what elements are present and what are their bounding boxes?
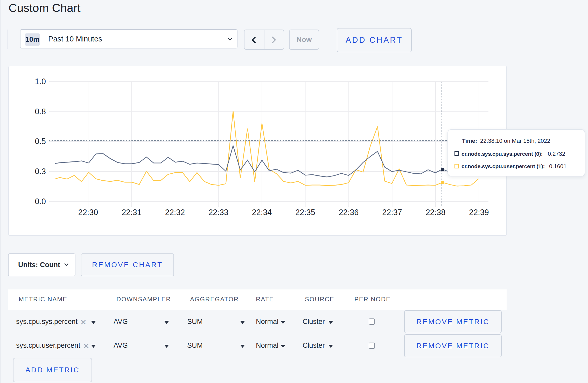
svg-text:22:30: 22:30 — [78, 208, 98, 217]
svg-text:22:37: 22:37 — [382, 208, 402, 217]
svg-text:22:32: 22:32 — [165, 208, 185, 217]
svg-text:22:38: 22:38 — [426, 208, 445, 217]
svg-text:1.0: 1.0 — [35, 77, 46, 86]
svg-text:0.8: 0.8 — [35, 107, 46, 116]
svg-text:0.5: 0.5 — [35, 137, 46, 146]
svg-text:0.0: 0.0 — [35, 197, 46, 206]
svg-text:22:34: 22:34 — [252, 208, 272, 217]
svg-text:22:35: 22:35 — [295, 208, 315, 217]
svg-text:22:36: 22:36 — [339, 208, 359, 217]
svg-text:22:39: 22:39 — [469, 208, 489, 217]
svg-text:22:31: 22:31 — [122, 208, 141, 217]
svg-text:22:33: 22:33 — [208, 208, 228, 217]
svg-text:0.3: 0.3 — [35, 167, 46, 176]
